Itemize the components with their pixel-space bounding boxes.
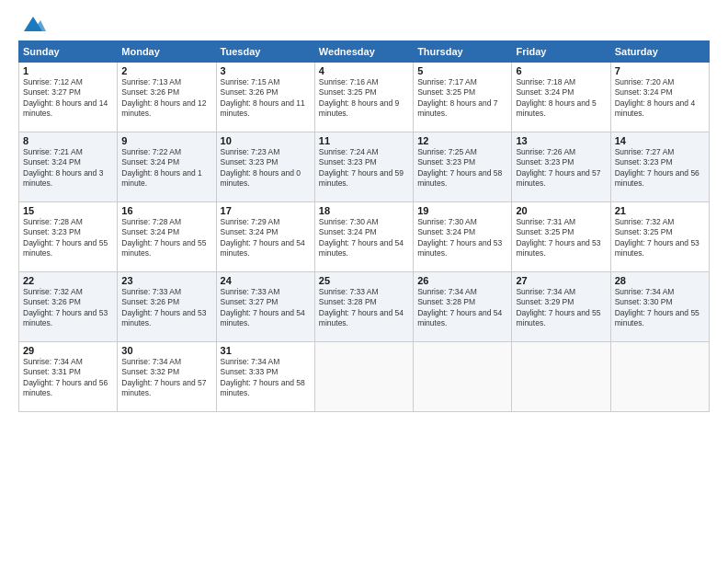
day-info: Sunrise: 7:30 AM Sunset: 3:24 PM Dayligh… — [319, 217, 409, 259]
calendar-cell: 5 Sunrise: 7:17 AM Sunset: 3:25 PM Dayli… — [414, 63, 512, 132]
calendar-cell — [512, 342, 610, 412]
day-info: Sunrise: 7:23 AM Sunset: 3:23 PM Dayligh… — [221, 147, 311, 190]
day-number: 15 — [23, 205, 113, 216]
calendar-cell: 4 Sunrise: 7:16 AM Sunset: 3:25 PM Dayli… — [314, 63, 413, 132]
calendar-cell: 24 Sunrise: 7:33 AM Sunset: 3:27 PM Dayl… — [216, 272, 314, 342]
calendar-cell — [610, 342, 709, 412]
day-number: 16 — [121, 205, 211, 216]
day-number: 26 — [417, 275, 507, 286]
calendar-cell: 7 Sunrise: 7:20 AM Sunset: 3:24 PM Dayli… — [610, 63, 709, 132]
day-number: 1 — [23, 65, 113, 76]
day-number: 7 — [615, 65, 705, 76]
calendar-cell: 21 Sunrise: 7:32 AM Sunset: 3:25 PM Dayl… — [610, 202, 709, 272]
day-number: 6 — [516, 65, 606, 76]
day-number: 12 — [417, 135, 507, 146]
day-info: Sunrise: 7:28 AM Sunset: 3:24 PM Dayligh… — [121, 217, 211, 259]
day-number: 13 — [516, 135, 606, 146]
logo-line1 — [18, 15, 46, 35]
day-header-thursday: Thursday — [414, 41, 512, 63]
day-info: Sunrise: 7:34 AM Sunset: 3:32 PM Dayligh… — [121, 357, 211, 399]
day-number: 30 — [121, 345, 211, 356]
calendar-week-2: 8 Sunrise: 7:21 AM Sunset: 3:24 PM Dayli… — [19, 132, 710, 202]
calendar-cell: 15 Sunrise: 7:28 AM Sunset: 3:23 PM Dayl… — [19, 202, 118, 272]
day-info: Sunrise: 7:34 AM Sunset: 3:33 PM Dayligh… — [221, 357, 311, 399]
day-number: 2 — [121, 65, 211, 76]
calendar-cell: 18 Sunrise: 7:30 AM Sunset: 3:24 PM Dayl… — [314, 202, 413, 272]
day-info: Sunrise: 7:24 AM Sunset: 3:23 PM Dayligh… — [319, 147, 409, 190]
calendar-header-row: SundayMondayTuesdayWednesdayThursdayFrid… — [19, 41, 710, 63]
day-info: Sunrise: 7:30 AM Sunset: 3:24 PM Dayligh… — [417, 217, 507, 259]
day-number: 27 — [516, 275, 606, 286]
calendar-table: SundayMondayTuesdayWednesdayThursdayFrid… — [18, 40, 710, 412]
day-number: 19 — [417, 205, 507, 216]
day-header-monday: Monday — [118, 41, 216, 63]
calendar-cell: 6 Sunrise: 7:18 AM Sunset: 3:24 PM Dayli… — [512, 63, 610, 132]
calendar-cell: 26 Sunrise: 7:34 AM Sunset: 3:28 PM Dayl… — [414, 272, 512, 342]
calendar-cell: 22 Sunrise: 7:32 AM Sunset: 3:26 PM Dayl… — [19, 272, 118, 342]
day-info: Sunrise: 7:26 AM Sunset: 3:23 PM Dayligh… — [516, 147, 606, 190]
calendar-cell: 31 Sunrise: 7:34 AM Sunset: 3:33 PM Dayl… — [216, 342, 314, 412]
calendar-week-3: 15 Sunrise: 7:28 AM Sunset: 3:23 PM Dayl… — [19, 202, 710, 272]
calendar-cell: 28 Sunrise: 7:34 AM Sunset: 3:30 PM Dayl… — [610, 272, 709, 342]
day-info: Sunrise: 7:31 AM Sunset: 3:25 PM Dayligh… — [516, 217, 606, 259]
day-number: 31 — [221, 345, 311, 356]
calendar-cell: 20 Sunrise: 7:31 AM Sunset: 3:25 PM Dayl… — [512, 202, 610, 272]
calendar-body: 1 Sunrise: 7:12 AM Sunset: 3:27 PM Dayli… — [19, 63, 710, 412]
day-info: Sunrise: 7:16 AM Sunset: 3:25 PM Dayligh… — [319, 77, 409, 120]
day-number: 8 — [23, 135, 113, 146]
calendar-cell: 29 Sunrise: 7:34 AM Sunset: 3:31 PM Dayl… — [19, 342, 118, 412]
day-number: 18 — [319, 205, 409, 216]
day-info: Sunrise: 7:22 AM Sunset: 3:24 PM Dayligh… — [121, 147, 211, 190]
logo-icon — [20, 15, 46, 35]
day-number: 10 — [221, 135, 311, 146]
day-info: Sunrise: 7:25 AM Sunset: 3:23 PM Dayligh… — [417, 147, 507, 190]
calendar-cell: 1 Sunrise: 7:12 AM Sunset: 3:27 PM Dayli… — [19, 63, 118, 132]
day-info: Sunrise: 7:18 AM Sunset: 3:24 PM Dayligh… — [516, 77, 606, 120]
day-info: Sunrise: 7:17 AM Sunset: 3:25 PM Dayligh… — [417, 77, 507, 120]
page: SundayMondayTuesdayWednesdayThursdayFrid… — [0, 0, 728, 563]
day-info: Sunrise: 7:20 AM Sunset: 3:24 PM Dayligh… — [615, 77, 705, 120]
calendar-cell: 2 Sunrise: 7:13 AM Sunset: 3:26 PM Dayli… — [118, 63, 216, 132]
day-number: 21 — [615, 205, 705, 216]
day-number: 4 — [319, 65, 409, 76]
day-number: 5 — [417, 65, 507, 76]
day-info: Sunrise: 7:27 AM Sunset: 3:23 PM Dayligh… — [615, 147, 705, 190]
logo — [18, 15, 46, 31]
day-info: Sunrise: 7:34 AM Sunset: 3:28 PM Dayligh… — [417, 287, 507, 329]
day-info: Sunrise: 7:21 AM Sunset: 3:24 PM Dayligh… — [23, 147, 113, 190]
calendar-cell: 30 Sunrise: 7:34 AM Sunset: 3:32 PM Dayl… — [118, 342, 216, 412]
calendar-cell: 19 Sunrise: 7:30 AM Sunset: 3:24 PM Dayl… — [414, 202, 512, 272]
calendar-cell: 9 Sunrise: 7:22 AM Sunset: 3:24 PM Dayli… — [118, 132, 216, 202]
day-info: Sunrise: 7:12 AM Sunset: 3:27 PM Dayligh… — [23, 77, 113, 120]
day-info: Sunrise: 7:29 AM Sunset: 3:24 PM Dayligh… — [221, 217, 311, 259]
day-info: Sunrise: 7:34 AM Sunset: 3:29 PM Dayligh… — [516, 287, 606, 329]
calendar-cell: 12 Sunrise: 7:25 AM Sunset: 3:23 PM Dayl… — [414, 132, 512, 202]
day-info: Sunrise: 7:33 AM Sunset: 3:26 PM Dayligh… — [121, 287, 211, 329]
calendar-cell: 3 Sunrise: 7:15 AM Sunset: 3:26 PM Dayli… — [216, 63, 314, 132]
day-header-sunday: Sunday — [19, 41, 118, 63]
day-info: Sunrise: 7:34 AM Sunset: 3:30 PM Dayligh… — [615, 287, 705, 329]
day-number: 14 — [615, 135, 705, 146]
day-info: Sunrise: 7:28 AM Sunset: 3:23 PM Dayligh… — [23, 217, 113, 259]
calendar-cell: 13 Sunrise: 7:26 AM Sunset: 3:23 PM Dayl… — [512, 132, 610, 202]
calendar-cell: 27 Sunrise: 7:34 AM Sunset: 3:29 PM Dayl… — [512, 272, 610, 342]
day-header-saturday: Saturday — [610, 41, 709, 63]
calendar-cell: 25 Sunrise: 7:33 AM Sunset: 3:28 PM Dayl… — [314, 272, 413, 342]
day-header-wednesday: Wednesday — [314, 41, 413, 63]
day-number: 3 — [221, 65, 311, 76]
day-number: 25 — [319, 275, 409, 286]
day-info: Sunrise: 7:15 AM Sunset: 3:26 PM Dayligh… — [221, 77, 311, 120]
header — [18, 15, 710, 31]
day-number: 29 — [23, 345, 113, 356]
calendar-cell: 14 Sunrise: 7:27 AM Sunset: 3:23 PM Dayl… — [610, 132, 709, 202]
calendar-cell: 11 Sunrise: 7:24 AM Sunset: 3:23 PM Dayl… — [314, 132, 413, 202]
day-number: 11 — [319, 135, 409, 146]
day-info: Sunrise: 7:32 AM Sunset: 3:25 PM Dayligh… — [615, 217, 705, 259]
day-number: 17 — [221, 205, 311, 216]
calendar-cell: 17 Sunrise: 7:29 AM Sunset: 3:24 PM Dayl… — [216, 202, 314, 272]
day-number: 20 — [516, 205, 606, 216]
calendar-week-5: 29 Sunrise: 7:34 AM Sunset: 3:31 PM Dayl… — [19, 342, 710, 412]
calendar-cell — [414, 342, 512, 412]
day-number: 28 — [615, 275, 705, 286]
day-header-tuesday: Tuesday — [216, 41, 314, 63]
